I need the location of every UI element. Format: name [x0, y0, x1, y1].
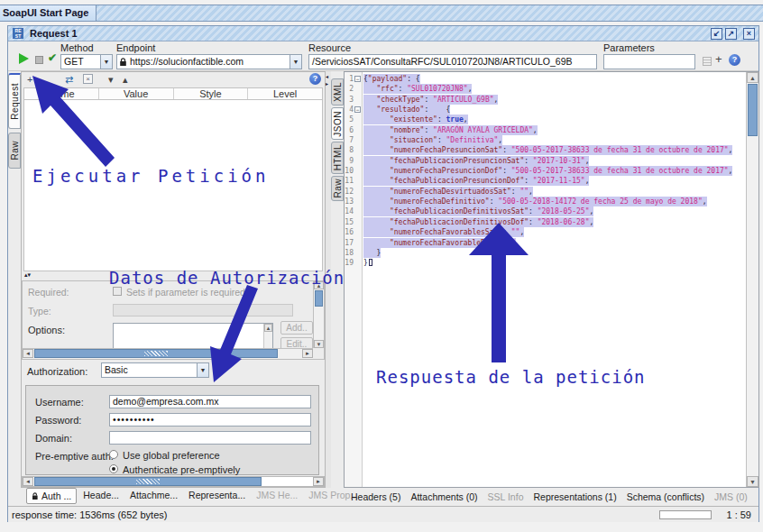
radio-use-global-preference-label: Use global preference [123, 450, 220, 461]
editor-vscrollbar[interactable]: ▲ ▼ [746, 72, 758, 487]
add-parameter-icon[interactable]: + [715, 52, 722, 66]
request-vtab-request[interactable]: Request [8, 73, 21, 129]
gutter-line: 11 [345, 176, 362, 186]
type-field[interactable] [113, 304, 293, 316]
scrollbar-thumb[interactable] [34, 349, 278, 358]
scroll-up-icon[interactable]: ▲ [264, 324, 272, 332]
required-checkbox[interactable] [113, 287, 122, 296]
response-vtab-html[interactable]: HTML [331, 142, 344, 174]
move-down-icon[interactable]: ▾ [108, 74, 114, 86]
params-table-body[interactable] [23, 100, 323, 271]
tab-jms[interactable]: JMS (0) [714, 491, 748, 506]
code-line-text: "numeroFechaDefinitivo": "500-05-2018-14… [363, 197, 707, 206]
response-vtab-raw[interactable]: Raw [331, 176, 344, 201]
run-request-button[interactable] [19, 53, 29, 64]
collapse-right-icon[interactable]: ▸ [326, 80, 328, 87]
rest-icon: REST [13, 28, 23, 39]
scrollbar-thumb[interactable] [315, 290, 323, 307]
chevron-down-icon[interactable]: ▼ [100, 55, 112, 69]
move-up-icon[interactable]: ▴ [123, 74, 128, 86]
tab-schemaconflicts[interactable]: Schema (conflicts) [627, 491, 704, 506]
soapui-app: SoapUI Start Page REST Request 1 ↙ ↗ × ✔… [0, 0, 763, 532]
tab-headers[interactable]: Headers (5) [351, 491, 400, 506]
gutter-line: 15 [345, 217, 362, 227]
authorization-label: Authorization: [27, 366, 87, 377]
fold-collapse-icon[interactable]: − [354, 76, 361, 82]
username-field[interactable]: demo@empresa.com.mx [109, 395, 311, 408]
password-field[interactable]: •••••••••• [109, 413, 311, 427]
help-icon[interactable]: ? [729, 54, 740, 66]
request-bottom-tabs: Auth ...Heade...Attachme...Representa...… [21, 488, 326, 506]
revert-parameters-icon[interactable] [703, 57, 712, 66]
column-header-level[interactable]: Level [248, 88, 322, 99]
tab-attachme[interactable]: Attachme... [125, 488, 182, 502]
scroll-up-icon[interactable]: ▲ [747, 72, 758, 83]
param-details-panel: Required: Sets if parameter is required … [22, 280, 325, 360]
request-window-titlebar[interactable]: REST Request 1 ↙ ↗ × [8, 26, 758, 41]
scroll-right-icon[interactable]: ► [302, 349, 313, 358]
tab-auth[interactable]: Auth ... [26, 488, 77, 504]
request-panel-hscrollbar[interactable]: ◄ ► [22, 476, 325, 487]
request-vtab-raw[interactable]: Raw [8, 133, 21, 169]
scroll-down-icon[interactable]: ▼ [314, 340, 324, 348]
tab-representa[interactable]: Representa... [184, 488, 250, 502]
fold-collapse-icon[interactable]: − [354, 106, 361, 113]
tab-attachments[interactable]: Attachments (0) [410, 491, 477, 506]
add-param-icon[interactable]: + [27, 74, 32, 85]
scroll-left-icon[interactable]: ◄ [23, 349, 33, 358]
method-label: Method [60, 42, 94, 53]
tab-jmshe[interactable]: JMS He... [252, 488, 302, 502]
details-hscrollbar[interactable]: ◄ ► [23, 348, 313, 359]
assertion-check-icon[interactable]: ✔ [48, 51, 57, 64]
endpoint-select[interactable]: https://solucionfactible.com ▼ [116, 54, 302, 69]
code-line-text: "rfc": "SUL010720JN8", [363, 84, 472, 94]
clear-params-icon[interactable]: × [83, 74, 93, 84]
parameters-label: Parameters [603, 42, 655, 53]
close-icon[interactable]: × [743, 28, 755, 40]
params-table-header: NameValueStyleLevel [23, 87, 323, 100]
domain-field[interactable] [109, 431, 311, 445]
editor-code[interactable]: {"payload": { "rfc": "SUL010720JN8", "ch… [363, 72, 746, 487]
authorization-select[interactable]: Basic ▼ [101, 362, 209, 378]
method-select[interactable]: GET ▼ [60, 54, 113, 69]
response-editor[interactable]: 1−234−5678910111213141516171819 {"payloa… [344, 71, 759, 488]
update-params-icon[interactable]: ⇄ [65, 74, 73, 86]
collapse-left-icon[interactable]: ◂ [326, 73, 328, 79]
code-line-text: "fechaPublicacionPresuncionSat": "2017-1… [363, 156, 589, 166]
scroll-left-icon[interactable]: ◄ [23, 477, 33, 486]
response-vtab-json[interactable]: JSON [331, 107, 344, 140]
chevron-down-icon[interactable]: ▼ [197, 363, 208, 377]
radio-authenticate-preemptively[interactable] [109, 464, 118, 473]
tab-sslinfo[interactable]: SSL Info [488, 491, 524, 506]
scrollbar-thumb[interactable] [34, 477, 262, 486]
scroll-down-icon[interactable]: ▼ [747, 476, 758, 487]
code-line-text: "numeroFechaDesvirtuadosSat": "", [363, 187, 533, 197]
response-vtab-xml[interactable]: XML [331, 78, 344, 105]
add-option-button[interactable]: Add.. [280, 321, 313, 335]
endpoint-label: Endpoint [116, 42, 155, 53]
column-header-value[interactable]: Value [99, 88, 174, 99]
help-icon[interactable]: ? [309, 73, 321, 85]
code-line-text: } [363, 258, 372, 268]
maximize-icon[interactable]: ↗ [725, 28, 737, 40]
collapse-divider[interactable]: ▴▾ [24, 271, 31, 279]
tab-representations[interactable]: Representations (1) [533, 491, 616, 506]
column-header-name[interactable]: Name [24, 88, 99, 99]
chevron-down-icon[interactable]: ▼ [290, 55, 301, 69]
parameters-input[interactable] [603, 54, 695, 69]
required-label: Required: [28, 287, 69, 298]
radio-use-global-preference[interactable] [109, 450, 118, 459]
resource-input[interactable]: /ServiciosSAT/ConsultaRFC/SUL010720JN8/A… [308, 54, 597, 69]
tab-soapui-start-page[interactable]: SoapUI Start Page [0, 5, 97, 21]
scrollbar-thumb[interactable] [748, 84, 758, 136]
code-line-text: "fechaPublicacionPresuncionDof": "2017-1… [363, 176, 589, 186]
details-vscrollbar[interactable]: ▲ ▼ [313, 281, 324, 348]
column-header-style[interactable]: Style [174, 88, 249, 99]
stop-request-button[interactable] [35, 56, 43, 64]
scroll-right-icon[interactable]: ► [313, 477, 324, 486]
code-line: "fechaPublicacionDefinitivosSat": "2018-… [363, 206, 746, 216]
gutter-line: 16 [345, 227, 362, 237]
code-line: "numeroFechaFavorableDof": "" [363, 238, 746, 248]
unfloat-icon[interactable]: ↙ [711, 28, 722, 40]
tab-heade[interactable]: Heade... [78, 488, 124, 502]
